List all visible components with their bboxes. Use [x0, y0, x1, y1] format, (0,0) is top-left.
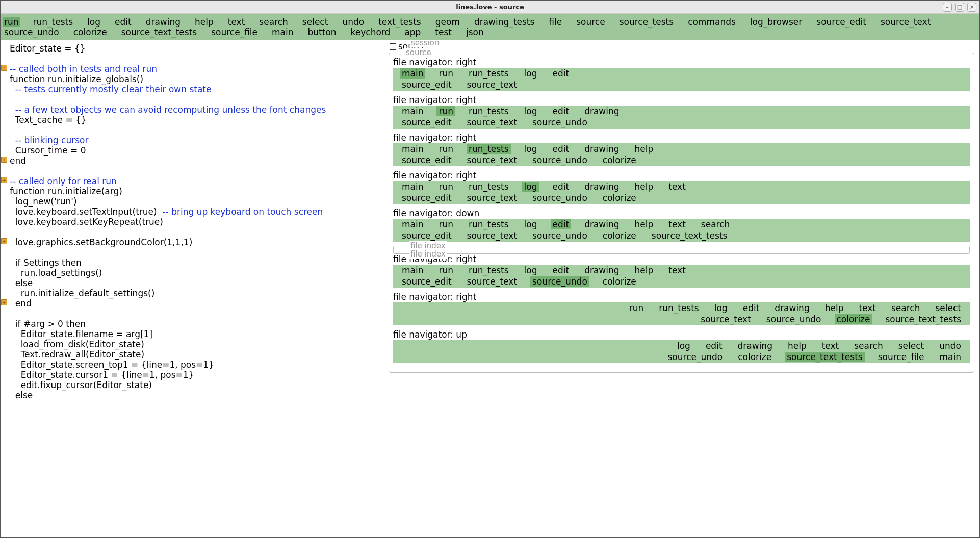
code-line[interactable]: Cursor_time = 0 [10, 145, 381, 156]
nav-item-drawing[interactable]: drawing [582, 106, 621, 116]
code-line[interactable]: if #arg > 0 then [10, 319, 381, 329]
nav-item-edit[interactable]: edit [551, 182, 572, 192]
nav-item-drawing[interactable]: drawing [582, 182, 621, 192]
nav-item-source_text_tests[interactable]: source_text_tests [883, 314, 963, 324]
code-line[interactable] [10, 166, 381, 176]
top-menu-item-log[interactable]: log [86, 17, 102, 27]
nav-item-colorize[interactable]: colorize [601, 155, 638, 165]
top-menu-item-text[interactable]: text [226, 17, 247, 27]
code-line[interactable]: else [10, 390, 381, 400]
code-line[interactable]: edit.fixup_cursor(Editor_state) [10, 380, 381, 390]
nav-item-help[interactable]: help [633, 265, 656, 275]
top-menu-item-help[interactable]: help [193, 17, 215, 27]
nav-item-undo[interactable]: undo [937, 341, 963, 351]
code-line[interactable]: love.graphics.setBackgroundColor(1,1,1) [10, 237, 381, 247]
nav-item-edit[interactable]: edit [551, 219, 572, 229]
close-button[interactable]: × [967, 3, 976, 12]
nav-item-run_tests[interactable]: run_tests [467, 68, 511, 79]
nav-item-colorize[interactable]: colorize [601, 230, 638, 241]
nav-item-log[interactable]: log [522, 265, 539, 275]
top-menu-item-select[interactable]: select [301, 17, 330, 27]
top-menu-item-run_tests[interactable]: run_tests [32, 17, 75, 27]
top-menu-item-source_text[interactable]: source_text [879, 17, 933, 27]
top-menu-item-log_browser[interactable]: log_browser [749, 17, 804, 27]
nav-item-log[interactable]: log [522, 68, 539, 79]
nav-item-help[interactable]: help [633, 144, 656, 154]
nav-item-main[interactable]: main [400, 106, 425, 116]
top-menu-item-text_tests[interactable]: text_tests [377, 17, 423, 27]
code-line[interactable]: -- blinking cursor [10, 135, 381, 145]
top-menu-item-edit[interactable]: edit [113, 17, 133, 27]
top-menu-item-run[interactable]: run [3, 17, 20, 27]
nav-item-edit[interactable]: edit [551, 106, 572, 116]
fold-marker[interactable]: + [1, 299, 7, 305]
nav-item-source_text[interactable]: source_text [465, 80, 520, 90]
top-menu-item-keychord[interactable]: keychord [349, 27, 392, 37]
source-checkbox-row[interactable]: source [390, 41, 974, 52]
nav-item-colorize[interactable]: colorize [736, 352, 773, 362]
top-menu-item-source_file[interactable]: source_file [210, 27, 259, 37]
code-line[interactable]: -- called only for real run [10, 176, 381, 186]
nav-item-edit[interactable]: edit [741, 303, 762, 313]
nav-item-log[interactable]: log [522, 182, 539, 192]
code-line[interactable]: love.keyboard.setTextInput(true) -- brin… [10, 207, 381, 217]
top-menu-item-undo[interactable]: undo [341, 17, 366, 27]
nav-item-log[interactable]: log [522, 219, 539, 229]
nav-item-help[interactable]: help [823, 303, 846, 313]
code-line[interactable]: run.load_settings() [10, 268, 381, 278]
nav-item-source_text[interactable]: source_text [465, 117, 520, 127]
nav-item-run_tests[interactable]: run_tests [467, 219, 511, 229]
nav-item-run[interactable]: run [436, 144, 455, 154]
fold-marker[interactable]: + [1, 238, 7, 244]
nav-item-main[interactable]: main [400, 144, 425, 154]
top-menu-item-json[interactable]: json [465, 27, 485, 37]
nav-item-source_undo[interactable]: source_undo [530, 193, 589, 203]
nav-item-source_text[interactable]: source_text [699, 314, 753, 324]
nav-item-select[interactable]: select [896, 341, 926, 351]
code-line[interactable]: Text_cache = {} [10, 115, 381, 125]
code-line[interactable]: Editor_state.cursor1 = {line=1, pos=1} [10, 370, 381, 380]
code-line[interactable]: love.keyboard.setKeyRepeat(true) [10, 217, 381, 227]
source-checkbox[interactable] [390, 43, 396, 50]
maximize-button[interactable]: □ [955, 3, 964, 12]
fold-marker[interactable]: + [1, 177, 7, 183]
top-menu-item-source_tests[interactable]: source_tests [618, 17, 675, 27]
nav-item-main[interactable]: main [938, 352, 963, 362]
code-line[interactable]: run.initialize_default_settings() [10, 288, 381, 298]
nav-item-source_edit[interactable]: source_edit [400, 276, 454, 287]
nav-item-run_tests[interactable]: run_tests [657, 303, 701, 313]
code-line[interactable]: Text.redraw_all(Editor_state) [10, 349, 381, 360]
code-line[interactable]: -- a few text objects we can avoid recom… [10, 105, 381, 115]
nav-item-help[interactable]: help [786, 341, 809, 351]
code-line[interactable]: else [10, 278, 381, 288]
top-menu-item-source[interactable]: source [575, 17, 606, 27]
nav-item-text[interactable]: text [666, 265, 688, 275]
top-menu-item-source_undo[interactable]: source_undo [3, 27, 61, 37]
code-editor[interactable]: Editor_state = {} +-- called both in tes… [1, 40, 381, 537]
top-menu-item-commands[interactable]: commands [686, 17, 737, 27]
code-line[interactable] [10, 125, 381, 135]
nav-item-search[interactable]: search [852, 341, 885, 351]
top-menu-item-button[interactable]: button [306, 27, 338, 37]
nav-item-source_undo[interactable]: source_undo [764, 314, 823, 324]
nav-item-main[interactable]: main [400, 182, 425, 192]
nav-item-log[interactable]: log [522, 144, 539, 154]
nav-item-source_edit[interactable]: source_edit [400, 193, 454, 203]
code-line[interactable] [10, 54, 381, 64]
nav-item-run_tests[interactable]: run_tests [467, 144, 511, 154]
nav-item-main[interactable]: main [400, 219, 425, 229]
top-menu-item-main[interactable]: main [270, 27, 295, 37]
nav-item-source_text_tests[interactable]: source_text_tests [785, 352, 865, 362]
nav-item-search[interactable]: search [889, 303, 922, 313]
nav-item-text[interactable]: text [857, 303, 878, 313]
code-line[interactable]: Editor_state.filename = arg[1] [10, 329, 381, 339]
code-line[interactable] [10, 309, 381, 319]
top-menu-item-geom[interactable]: geom [434, 17, 461, 27]
nav-item-run[interactable]: run [436, 106, 455, 116]
code-line[interactable]: if Settings then [10, 258, 381, 268]
nav-item-source_file[interactable]: source_file [876, 352, 926, 362]
nav-item-edit[interactable]: edit [704, 341, 725, 351]
nav-item-text[interactable]: text [666, 219, 688, 229]
top-menu-item-app[interactable]: app [403, 27, 422, 37]
minimize-button[interactable]: – [943, 3, 952, 12]
